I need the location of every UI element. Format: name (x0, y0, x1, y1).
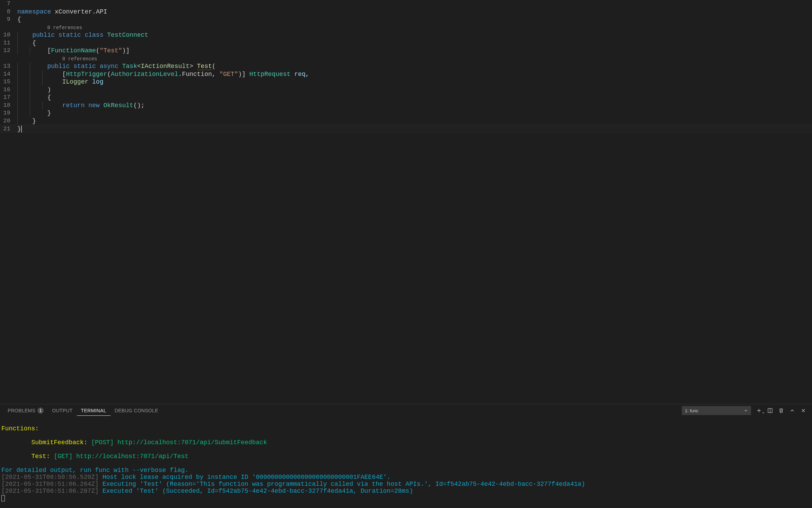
code-token: . (178, 71, 182, 78)
indent-guide (17, 31, 18, 39)
code-line[interactable]: 21} (0, 125, 812, 133)
code-line[interactable]: 19 } (0, 109, 812, 117)
code-token: namespace (17, 8, 51, 15)
code-token (85, 102, 88, 109)
line-number: 12 (0, 47, 17, 55)
code-line[interactable]: 15 ILogger log (0, 78, 812, 86)
terminal-line: For detailed output, run func with --ver… (1, 467, 188, 474)
code-token: log (92, 78, 103, 85)
terminal-text: [GET] (50, 453, 76, 460)
code-token (291, 71, 294, 78)
terminal-line: Test: (1, 453, 50, 460)
line-number: 18 (0, 102, 17, 110)
code-token: [ (17, 71, 66, 78)
code-token: } (17, 126, 21, 132)
code-line[interactable]: 7 (0, 0, 812, 8)
line-number: 7 (0, 0, 17, 8)
line-number: 20 (0, 117, 17, 125)
code-token: HttpTrigger (66, 71, 107, 78)
code-token: )] (122, 47, 130, 54)
code-line[interactable]: 14 [HttpTrigger(AuthorizationLevel.Funct… (0, 70, 812, 78)
code-line[interactable]: 10 public static class TestConnect (0, 31, 812, 39)
terminal-selector[interactable]: 1: func (682, 406, 751, 415)
editor-cursor (21, 126, 22, 132)
code-token: { (17, 16, 21, 23)
code-token: { (17, 94, 51, 101)
code-token (88, 78, 92, 85)
code-token (51, 8, 55, 15)
code-token: return (62, 102, 85, 109)
code-token: "GET" (219, 71, 238, 78)
terminal-timestamp: [2021-05-31T06:51:06.287Z] (1, 488, 103, 494)
terminal-output[interactable]: Functions: SubmitFeedback: [POST] http:/… (0, 417, 812, 508)
code-token: } (17, 118, 36, 124)
code-line[interactable]: 8namespace xConverter.API (0, 8, 812, 16)
code-token (103, 32, 107, 38)
code-token (81, 32, 85, 38)
code-token: API (96, 8, 107, 15)
indent-guide (30, 47, 30, 55)
indent-guide (17, 86, 18, 94)
code-line[interactable]: 13 public static async Task<IActionResul… (0, 62, 812, 70)
code-token: ( (107, 71, 111, 78)
line-number: 19 (0, 109, 17, 117)
line-number: 8 (0, 8, 17, 16)
tab-problems-label: PROBLEMS (8, 408, 35, 413)
code-token: static (73, 63, 96, 70)
code-token (70, 63, 73, 70)
indent-guide (17, 78, 18, 86)
terminal-selector-value: 1: func (685, 408, 698, 413)
code-line[interactable]: 17 { (0, 94, 812, 102)
indent-guide (30, 86, 30, 94)
line-number: 16 (0, 86, 17, 94)
terminal-timestamp: [2021-05-31T06:51:06.264Z] (1, 481, 103, 488)
code-token: (); (133, 102, 144, 109)
code-line[interactable]: 20 } (0, 117, 812, 125)
tab-output[interactable]: OUTPUT (48, 406, 77, 415)
line-number: 11 (0, 39, 17, 47)
indent-guide (42, 78, 43, 86)
code-line[interactable]: 12 [FunctionName("Test")] (0, 47, 812, 55)
close-panel-button[interactable] (800, 407, 806, 414)
code-editor[interactable]: 78namespace xConverter.API9{ 0 reference… (0, 0, 812, 404)
panel-actions: 1: func (682, 406, 809, 415)
code-line[interactable]: 9{ (0, 16, 812, 24)
terminal-cursor (1, 495, 5, 501)
indent-guide (30, 70, 30, 78)
terminal-text: Executing 'Test' (Reason='This function … (103, 481, 585, 488)
codelens-references[interactable]: 0 references (62, 56, 97, 62)
terminal-timestamp: [2021-05-31T06:50:56.520Z] (1, 474, 103, 481)
code-token: TestConnect (107, 32, 148, 38)
code-token (96, 63, 100, 70)
maximize-panel-button[interactable] (789, 407, 795, 414)
tab-terminal-label: TERMINAL (81, 408, 106, 413)
code-token: AuthorizationLevel (111, 71, 178, 78)
code-token: ) (17, 86, 51, 93)
code-token (17, 78, 62, 85)
code-token: "Test" (100, 47, 122, 54)
code-line[interactable]: 16 ) (0, 86, 812, 94)
indent-guide (30, 94, 30, 102)
indent-guide (17, 102, 18, 110)
split-terminal-button[interactable] (767, 407, 773, 414)
code-token: Test (197, 63, 212, 70)
tab-debug-console[interactable]: DEBUG CONSOLE (111, 406, 162, 415)
code-token: new (88, 102, 99, 109)
code-token: async (100, 63, 118, 70)
bottom-panel: PROBLEMS 1 OUTPUT TERMINAL DEBUG CONSOLE… (0, 404, 812, 508)
kill-terminal-button[interactable] (778, 407, 784, 414)
indent-guide (17, 47, 18, 55)
tab-terminal[interactable]: TERMINAL (77, 406, 111, 416)
line-number: 13 (0, 62, 17, 70)
codelens-references[interactable]: 0 references (47, 25, 82, 31)
code-token: { (17, 40, 36, 46)
code-line[interactable]: 11 { (0, 39, 812, 47)
code-token: )] (238, 71, 249, 78)
code-line[interactable]: 18 return new OkResult(); (0, 102, 812, 110)
tab-problems[interactable]: PROBLEMS 1 (3, 405, 48, 416)
code-token: public (47, 63, 70, 70)
new-terminal-button[interactable] (756, 407, 762, 414)
indent-guide (17, 39, 18, 47)
indent-guide (30, 62, 30, 70)
code-token (55, 32, 59, 38)
